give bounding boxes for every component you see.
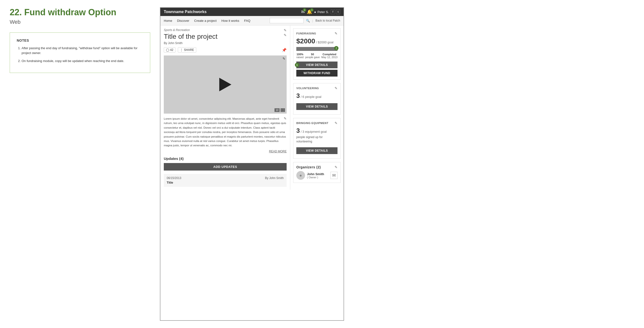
twitter-icon[interactable]: t bbox=[336, 10, 340, 14]
fundraising-view-details-button[interactable]: 1 VIEW DETAILS bbox=[296, 62, 338, 68]
page-title: 22. Fund withdraw Option bbox=[10, 7, 150, 18]
fundraising-title: FUNDRAISING bbox=[296, 32, 316, 35]
add-updates-button[interactable]: ADD UPDATES bbox=[164, 163, 287, 170]
updates-header: Updates (4) bbox=[164, 156, 287, 160]
equipment-view-details-button[interactable]: VIEW DETAILS bbox=[296, 147, 338, 154]
fundraising-amount-line: $2000 / $2000 goal bbox=[296, 37, 338, 45]
edit-author-icon[interactable]: ✎ bbox=[284, 33, 287, 37]
nav-brand: Townname Patchworks bbox=[164, 10, 207, 14]
video-controls: 10 ⛶ bbox=[274, 108, 285, 112]
stat-people: 50 people gave bbox=[305, 53, 320, 58]
organizer-info: John Smith ( Owner ) bbox=[307, 172, 328, 179]
edit-volunteering-icon[interactable]: ✎ bbox=[334, 86, 338, 90]
facebook-icon[interactable]: f bbox=[331, 10, 335, 14]
progress-badge: 2 bbox=[334, 46, 338, 50]
organizer-role: ( Owner ) bbox=[307, 176, 328, 179]
edit-title-icon[interactable]: ✎ bbox=[284, 28, 287, 32]
menu-faq[interactable]: FAQ bbox=[244, 19, 250, 22]
notes-box: NOTES After passing the end day of fundr… bbox=[10, 32, 150, 73]
video-container: ✎ 10 ⛶ bbox=[164, 56, 287, 114]
share-button[interactable]: ⋮ SHARE bbox=[178, 47, 196, 52]
organizer-item: ● John Smith ( Owner ) ✉ bbox=[296, 171, 338, 180]
update-meta: 06/15/2013 By John Smith bbox=[167, 176, 284, 180]
share-label: SHARE bbox=[184, 48, 194, 52]
menu-discover[interactable]: Discover bbox=[177, 19, 190, 22]
read-more-link[interactable]: READ MORE bbox=[164, 150, 287, 153]
nav-social: f t bbox=[331, 10, 340, 14]
update-author: By John Smith bbox=[265, 176, 284, 180]
edit-fundraising-icon[interactable]: ✎ bbox=[334, 32, 338, 35]
note-item-2: On fundraising module, copy will be upda… bbox=[22, 58, 143, 64]
stat-completed: Completed May 12, 2013 bbox=[321, 53, 338, 58]
follower-avatar-icon: ◯ bbox=[166, 48, 169, 52]
view-details-badge: 1 bbox=[295, 63, 299, 67]
notes-list: After passing the end day of fundraising… bbox=[17, 46, 143, 64]
equipment-count-line: 3 / 3 equipment goal bbox=[296, 127, 338, 134]
category-label: Sports & Recreation bbox=[164, 28, 218, 32]
main-content: Sports & Recreation Title of the project… bbox=[160, 26, 290, 190]
volunteering-count-line: 3 / 6 people goal bbox=[296, 92, 338, 100]
fundraising-section: FUNDRAISING ✎ $2000 / $2000 goal 2 100% bbox=[293, 28, 341, 80]
equip-view-details-label: VIEW DETAILS bbox=[306, 149, 328, 152]
alert-icon-badge[interactable]: 🔔 1 bbox=[307, 9, 312, 14]
alert-badge: 1 bbox=[310, 8, 314, 12]
nav-user: ● Peter S. bbox=[314, 10, 329, 14]
menu-how[interactable]: How it works bbox=[222, 19, 240, 22]
equipment-header: BRINGING EQUIPMENT ✎ bbox=[296, 121, 338, 125]
play-button[interactable] bbox=[219, 78, 232, 91]
notification-badge: 1 bbox=[303, 8, 306, 12]
equip-count: 3 bbox=[296, 127, 300, 134]
nav-bar: Townname Patchworks ✉ 1 🔔 1 ● Peter S. f… bbox=[160, 8, 344, 16]
volunteering-title: VOLUNTEERING bbox=[296, 87, 319, 90]
notification-icon-badge[interactable]: ✉ 1 bbox=[301, 9, 305, 14]
search-input[interactable] bbox=[270, 18, 304, 23]
brand-bold: Patchworks bbox=[185, 10, 207, 14]
fullscreen-icon[interactable]: ⛶ bbox=[280, 108, 285, 112]
nav-icons: ✉ 1 🔔 1 ● Peter S. f t bbox=[301, 9, 340, 14]
back-to-patch-link[interactable]: Back to local Patch bbox=[316, 19, 340, 22]
email-icon[interactable]: ✉ bbox=[330, 172, 338, 179]
vol-goal: / 6 people goal bbox=[301, 95, 321, 98]
video-time: 10 bbox=[274, 108, 280, 112]
organizers-header: Organizers (2) ✎ bbox=[296, 165, 338, 169]
volunteering-view-details-button[interactable]: VIEW DETAILS bbox=[296, 103, 338, 110]
user-name: Peter S. bbox=[318, 10, 329, 14]
browser-panel: Townname Patchworks ✉ 1 🔔 1 ● Peter S. f… bbox=[160, 7, 344, 321]
left-panel: 22. Fund withdraw Option Web NOTES After… bbox=[10, 7, 150, 321]
stat-people-count: 50 bbox=[305, 53, 320, 56]
edit-video-icon[interactable]: ✎ bbox=[282, 57, 286, 60]
follower-count: ◯ 42 bbox=[164, 47, 176, 52]
share-icon: ⋮ bbox=[180, 48, 183, 52]
stat-completed-date: May 12, 2013 bbox=[321, 56, 338, 58]
page-wrapper: 22. Fund withdraw Option Web NOTES After… bbox=[0, 0, 644, 328]
equipment-title: BRINGING EQUIPMENT bbox=[296, 122, 328, 124]
stat-people-label: people gave bbox=[305, 56, 320, 58]
stat-raised: 100% raised bbox=[296, 53, 304, 58]
progress-bar-fill bbox=[296, 47, 338, 51]
fundraising-header: FUNDRAISING ✎ bbox=[296, 32, 338, 35]
equip-goal: / 3 equipment goal bbox=[301, 130, 326, 134]
menu-home[interactable]: Home bbox=[164, 19, 172, 22]
vol-count: 3 bbox=[296, 92, 300, 99]
menu-create[interactable]: Create a project bbox=[194, 19, 216, 22]
brand-plain: Townname bbox=[164, 10, 185, 14]
search-icon[interactable]: 🔍 bbox=[306, 19, 310, 22]
funding-amount: $2000 bbox=[296, 37, 315, 45]
content-area: Sports & Recreation Title of the project… bbox=[160, 26, 344, 190]
author-line: By John Smith bbox=[164, 42, 218, 45]
withdraw-fund-button[interactable]: WITHDRAW FUND bbox=[296, 70, 338, 76]
equipment-section: BRINGING EQUIPMENT ✎ 3 / 3 equipment goa… bbox=[293, 118, 341, 159]
edit-organizers-icon[interactable]: ✎ bbox=[334, 165, 338, 169]
user-avatar-icon: ● bbox=[314, 10, 316, 14]
funding-stats: 100% raised 50 people gave Completed May… bbox=[296, 53, 338, 58]
stat-raised-label: raised bbox=[296, 56, 304, 58]
bookmark-icon[interactable]: 📌 bbox=[282, 48, 287, 52]
menu-bar: Home Discover Create a project How it wo… bbox=[160, 16, 344, 26]
progress-bar-container: 2 bbox=[296, 47, 338, 51]
notes-title: NOTES bbox=[17, 38, 143, 42]
edit-equipment-icon[interactable]: ✎ bbox=[334, 121, 338, 125]
volunteering-section: VOLUNTEERING ✎ 3 / 6 people goal VIEW DE… bbox=[293, 83, 341, 114]
edit-description-icon[interactable]: ✎ bbox=[284, 116, 287, 120]
action-bar: ◯ 42 ⋮ SHARE 📌 bbox=[164, 47, 287, 52]
follower-number: 42 bbox=[170, 48, 173, 52]
